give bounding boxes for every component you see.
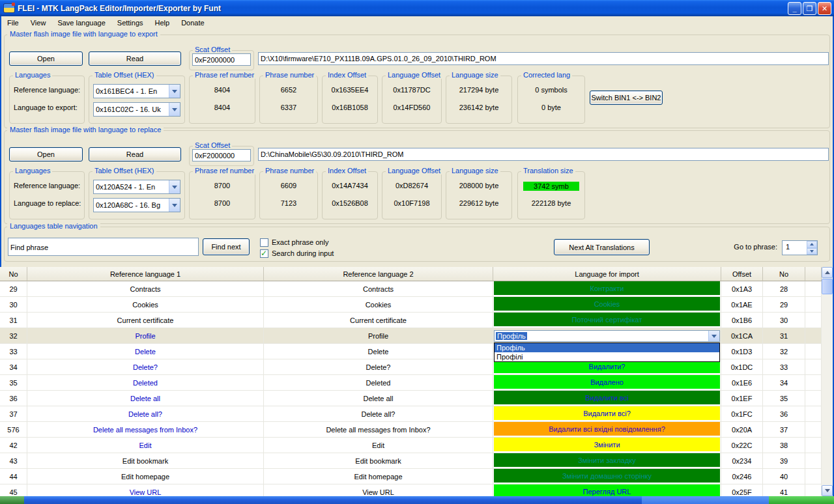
cell-reference-language-2[interactable]: Profile [264, 328, 493, 344]
next-alt-translations-button[interactable]: Next Alt Translations [554, 239, 650, 255]
export-language-combobox[interactable]: 0x161C02C - 16. Uk [93, 102, 180, 117]
cell-blank[interactable] [805, 438, 822, 453]
cell-reference-language-2[interactable]: Delete all [264, 391, 493, 406]
cell-offset[interactable]: 0x246 [721, 469, 763, 484]
import-phrase[interactable]: Поточний сертифікат [494, 313, 720, 326]
cell-no-2[interactable]: 28 [763, 281, 805, 297]
export-read-button[interactable]: Read [89, 51, 181, 66]
cell-language-for-import[interactable]: Змінити [493, 438, 721, 453]
cell-no[interactable]: 34 [0, 359, 27, 375]
cell-reference-language-1[interactable]: Edit [27, 438, 264, 453]
start-button[interactable] [0, 496, 24, 504]
taskbar[interactable] [0, 496, 834, 504]
cell-reference-language-2[interactable]: Delete all? [264, 406, 493, 422]
chevron-down-icon[interactable] [169, 103, 180, 116]
cell-no-2[interactable]: 30 [763, 313, 805, 328]
column-header-blank-6[interactable] [805, 267, 822, 281]
import-phrase[interactable]: Контракти [494, 281, 720, 295]
cell-offset[interactable]: 0x1FC [721, 406, 763, 422]
cell-blank[interactable] [805, 359, 822, 375]
cell-blank[interactable] [805, 375, 822, 391]
table-row[interactable]: 35DeletedDeletedВидалено0x1E634 [0, 375, 833, 391]
cell-blank[interactable] [805, 313, 822, 328]
table-row[interactable]: 30CookiesCookiesCookies0x1AE29 [0, 297, 833, 313]
replace-language-combobox[interactable]: 0x120A68C - 16. Bg [93, 198, 180, 212]
cell-offset[interactable]: 0x1B6 [721, 313, 763, 328]
chevron-down-icon[interactable] [708, 331, 719, 341]
cell-blank[interactable] [805, 469, 822, 484]
dropdown-item[interactable]: Профіль [495, 343, 719, 352]
cell-no-2[interactable]: 35 [763, 391, 805, 406]
cell-no-2[interactable]: 31 [763, 328, 805, 344]
menu-item-settings[interactable]: Settings [111, 18, 149, 29]
cell-reference-language-2[interactable]: Delete [264, 344, 493, 359]
column-header-offset-4[interactable]: Offset [721, 267, 763, 281]
close-button[interactable]: ✕ [818, 2, 831, 15]
cell-no[interactable]: 576 [0, 422, 27, 438]
cell-language-for-import[interactable]: Змінити закладку [493, 453, 721, 469]
cell-reference-language-2[interactable]: Edit [264, 438, 493, 453]
column-header-reference-language-1-1[interactable]: Reference language 1 [27, 267, 264, 281]
cell-language-for-import[interactable]: Видалити всі вхідні повідомлення? [493, 422, 721, 438]
export-scat-offset-input[interactable] [192, 53, 251, 66]
cell-reference-language-1[interactable]: Profile [27, 328, 264, 344]
table-row[interactable]: 37Delete all?Delete all?Видалити всі?0x1… [0, 406, 833, 422]
import-phrase[interactable]: Видалити всі? [494, 406, 720, 420]
cell-language-for-import[interactable]: Поточний сертифікат [493, 313, 721, 328]
cell-no-2[interactable]: 41 [763, 484, 805, 496]
cell-no-2[interactable]: 34 [763, 375, 805, 391]
scroll-thumb[interactable] [822, 279, 833, 294]
goto-phrase-value[interactable]: 1 [783, 241, 807, 255]
table-row[interactable]: 576Delete all messages from Inbox?Delete… [0, 422, 833, 438]
menu-item-view[interactable]: View [25, 18, 52, 29]
cell-blank[interactable] [805, 328, 822, 344]
replace-file-path-input[interactable] [258, 148, 829, 161]
cell-offset[interactable]: 0x22C [721, 438, 763, 453]
cell-offset[interactable]: 0x1D3 [721, 344, 763, 359]
menu-item-help[interactable]: Help [149, 18, 176, 29]
cell-reference-language-1[interactable]: Edit homepage [27, 469, 264, 484]
column-header-language-for-import-3[interactable]: Language for import [493, 267, 721, 281]
cell-language-for-import[interactable]: Видалено [493, 375, 721, 391]
table-vertical-scrollbar[interactable] [822, 267, 833, 496]
cell-offset[interactable]: 0x1AE [721, 297, 763, 313]
cell-no-2[interactable]: 40 [763, 469, 805, 484]
replace-open-button[interactable]: Open [9, 147, 83, 161]
cell-no[interactable]: 29 [0, 281, 27, 297]
import-phrase[interactable]: Змінити [494, 438, 720, 451]
cell-offset[interactable]: 0x1CA [721, 328, 763, 344]
menu-item-donate[interactable]: Donate [175, 18, 210, 29]
menu-item-file[interactable]: File [1, 18, 25, 29]
cell-language-for-import[interactable]: Cookies [493, 297, 721, 313]
taskbar-tray[interactable] [642, 496, 769, 504]
table-row[interactable]: 31Current certificateCurrent certificate… [0, 313, 833, 328]
import-phrase[interactable]: Видалено [494, 375, 720, 389]
cell-reference-language-2[interactable]: Current certificate [264, 313, 493, 328]
cell-blank[interactable] [805, 453, 822, 469]
cell-no[interactable]: 37 [0, 406, 27, 422]
cell-offset[interactable]: 0x1DC [721, 359, 763, 375]
cell-no[interactable]: 35 [0, 375, 27, 391]
cell-reference-language-1[interactable]: Delete [27, 344, 264, 359]
column-header-no-0[interactable]: No [0, 267, 27, 281]
export-file-path-input[interactable] [258, 52, 829, 65]
column-header-no-5[interactable]: No [763, 267, 805, 281]
scroll-up-button[interactable] [822, 267, 833, 278]
replace-read-button[interactable]: Read [89, 147, 181, 161]
cell-no-2[interactable]: 29 [763, 297, 805, 313]
cell-reference-language-1[interactable]: Delete? [27, 359, 264, 375]
import-phrase[interactable]: Перегляд URL [494, 484, 720, 496]
cell-reference-language-1[interactable]: Delete all? [27, 406, 264, 422]
chevron-down-icon[interactable] [169, 199, 180, 212]
cell-blank[interactable] [805, 484, 822, 496]
cell-reference-language-1[interactable]: Delete all messages from Inbox? [27, 422, 264, 438]
restore-button[interactable]: ❐ [803, 2, 816, 15]
cell-reference-language-2[interactable]: Delete all messages from Inbox? [264, 422, 493, 438]
cell-offset[interactable]: 0x1A3 [721, 281, 763, 297]
cell-language-for-import[interactable]: Контракти [493, 281, 721, 297]
cell-no[interactable]: 32 [0, 328, 27, 344]
cell-no[interactable]: 43 [0, 453, 27, 469]
cell-no-2[interactable]: 32 [763, 344, 805, 359]
cell-reference-language-1[interactable]: Cookies [27, 297, 264, 313]
search-during-input-checkbox[interactable]: ✓ [260, 249, 268, 258]
